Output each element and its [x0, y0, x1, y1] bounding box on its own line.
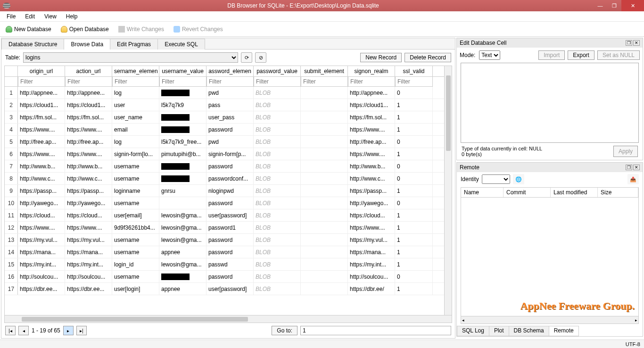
filter-input[interactable] — [18, 77, 65, 87]
filter-input[interactable] — [254, 77, 301, 87]
filter-input[interactable] — [206, 77, 254, 87]
cell[interactable]: username — [112, 246, 159, 258]
cell[interactable]: log — [112, 87, 159, 99]
prev-page-button[interactable]: ◂ — [18, 326, 29, 335]
cell[interactable]: http://yawego... — [18, 197, 65, 209]
cell[interactable]: l5k7q7k9 — [159, 99, 206, 111]
cell[interactable]: passwd — [206, 258, 254, 270]
cell[interactable]: username — [112, 160, 159, 172]
column-header[interactable]: password_value — [254, 66, 301, 76]
cell[interactable]: https://cloud... — [348, 209, 395, 221]
cell[interactable]: 0 — [395, 271, 433, 282]
cell[interactable] — [301, 87, 348, 99]
cell[interactable]: https://cloud... — [65, 209, 112, 221]
cell[interactable]: password — [206, 197, 254, 209]
cell[interactable] — [301, 234, 348, 246]
cell[interactable]: BLOB — [254, 246, 301, 258]
cell[interactable]: 1 — [395, 111, 433, 123]
table-row[interactable]: 8http://www.c...http://www.c...usernamep… — [5, 173, 452, 185]
cell[interactable]: https://passp... — [65, 185, 112, 197]
cell[interactable]: http://appnee... — [348, 87, 395, 99]
cell[interactable]: 1 — [395, 222, 433, 233]
cell[interactable]: user[password] — [206, 283, 254, 295]
undock-remote-icon[interactable]: ❐ — [626, 165, 632, 170]
cell[interactable]: https://my.vul... — [18, 234, 65, 246]
cell[interactable] — [301, 209, 348, 221]
filter-input[interactable] — [112, 77, 159, 87]
cell[interactable]: 9d9f36261bb4... — [112, 222, 159, 233]
cell[interactable]: http://soulcou... — [65, 271, 112, 282]
cell[interactable] — [159, 124, 206, 135]
clear-filters-button[interactable]: ⊘ — [255, 52, 266, 63]
cell[interactable]: pwd — [206, 87, 254, 99]
cell[interactable]: https://www.... — [348, 148, 395, 160]
cell[interactable] — [301, 173, 348, 184]
table-row[interactable]: 13https://my.vul...https://my.vul...user… — [5, 234, 452, 246]
cell[interactable]: BLOB — [254, 136, 301, 148]
cell[interactable]: https://my.int... — [18, 258, 65, 270]
cell[interactable] — [301, 111, 348, 123]
cell[interactable] — [159, 197, 206, 209]
table-row[interactable]: 2https://cloud1...https://cloud1...userl… — [5, 99, 452, 111]
cell[interactable]: pass — [206, 99, 254, 111]
cell[interactable]: password — [206, 246, 254, 258]
cell[interactable]: password — [206, 160, 254, 172]
cell[interactable]: https://my.int... — [348, 258, 395, 270]
cell[interactable]: https://dbr.ee... — [65, 283, 112, 295]
identity-refresh-icon[interactable]: 🌐 — [513, 174, 524, 184]
open-database-button[interactable]: Open Database — [59, 25, 111, 33]
tab-browse[interactable]: Browse Data — [64, 39, 110, 50]
cell[interactable]: https://www.... — [18, 124, 65, 135]
table-row[interactable]: 17https://dbr.ee...https://dbr.ee...user… — [5, 283, 452, 295]
next-page-button[interactable]: ▸ — [63, 326, 74, 335]
cell[interactable]: loginname — [112, 185, 159, 197]
cell[interactable]: 1 — [395, 283, 433, 295]
column-header[interactable]: ssl_valid — [395, 66, 433, 76]
cell[interactable]: http://www.c... — [18, 173, 65, 184]
maximize-button[interactable]: ❐ — [607, 1, 621, 10]
cell[interactable]: https://www.... — [65, 148, 112, 160]
vertical-scrollbar[interactable] — [444, 66, 452, 315]
cell-editor[interactable] — [461, 63, 639, 143]
cell[interactable]: https://mana... — [348, 246, 395, 258]
filter-input[interactable] — [159, 77, 206, 87]
first-page-button[interactable]: |◂ — [5, 326, 16, 335]
cell[interactable]: https://cloud1... — [348, 99, 395, 111]
cell[interactable] — [301, 283, 348, 295]
column-header[interactable]: sername_elemen — [112, 66, 159, 76]
column-header[interactable] — [5, 66, 18, 76]
cell[interactable]: https://fm.sol... — [65, 111, 112, 123]
cell[interactable]: l5k7q7k9_free... — [159, 136, 206, 148]
cell[interactable]: lewosin@gma... — [159, 222, 206, 233]
cell[interactable]: http://www.b... — [348, 160, 395, 172]
cell[interactable]: 1 — [395, 246, 433, 258]
btab-schema[interactable]: DB Schema — [509, 326, 549, 336]
cell[interactable]: lewosin@gma... — [159, 258, 206, 270]
cell[interactable]: lewosin@gma... — [159, 234, 206, 246]
cell[interactable] — [159, 87, 206, 99]
cell[interactable]: http://appnee... — [65, 87, 112, 99]
cell[interactable]: 1 — [395, 258, 433, 270]
cell[interactable]: BLOB — [254, 160, 301, 172]
cell[interactable] — [301, 197, 348, 209]
cell[interactable]: http://appnee... — [18, 87, 65, 99]
cell[interactable]: 0 — [395, 136, 433, 148]
cell[interactable]: http://soulcou... — [348, 271, 395, 282]
cell[interactable]: https://www.... — [18, 148, 65, 160]
cell[interactable]: pwd — [206, 136, 254, 148]
cell[interactable]: signin-form[p... — [206, 148, 254, 160]
cell[interactable] — [159, 160, 206, 172]
cell[interactable]: 0 — [395, 173, 433, 184]
cell[interactable]: http://yawego... — [65, 197, 112, 209]
table-select[interactable]: logins — [23, 52, 238, 63]
btab-sqllog[interactable]: SQL Log — [457, 326, 489, 336]
cell[interactable]: 1 — [395, 185, 433, 197]
cell[interactable]: BLOB — [254, 87, 301, 99]
cell[interactable]: password1 — [206, 222, 254, 233]
cell[interactable]: http://www.c... — [65, 173, 112, 184]
cell[interactable]: BLOB — [254, 234, 301, 246]
import-button[interactable]: Import — [538, 50, 565, 60]
cell[interactable] — [301, 246, 348, 258]
cell[interactable]: https://fm.sol... — [348, 111, 395, 123]
cell[interactable]: gnrsu — [159, 185, 206, 197]
